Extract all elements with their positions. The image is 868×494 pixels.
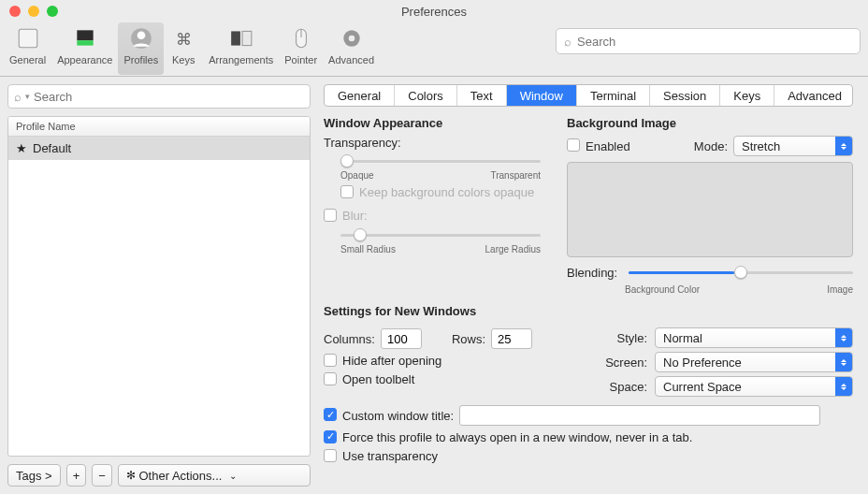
large-radius-label: Large Radius — [485, 244, 541, 254]
columns-input[interactable] — [381, 328, 422, 349]
blur-label: Blur: — [342, 209, 368, 223]
tab-general[interactable]: General — [325, 85, 395, 106]
custom-title-checkbox[interactable] — [324, 408, 337, 421]
hide-checkbox[interactable] — [324, 354, 337, 367]
svg-rect-7 — [242, 31, 252, 45]
profiles-sidebar: ⌕▾ Profile Name ★ Default Tags > + − ✻ O… — [0, 77, 318, 494]
rows-input[interactable] — [491, 328, 532, 349]
toolbar-advanced[interactable]: Advanced — [323, 22, 380, 75]
profiles-icon — [127, 24, 155, 52]
columns-label: Columns: — [324, 332, 375, 346]
bg-enabled-label: Enabled — [586, 139, 630, 153]
space-label: Space: — [595, 380, 647, 394]
bg-image-well[interactable] — [567, 162, 853, 257]
window-appearance-heading: Window Appearance — [324, 116, 544, 130]
bg-mode-value: Stretch — [742, 139, 780, 153]
bg-image-label: Image — [827, 284, 853, 295]
profiles-table: Profile Name ★ Default — [7, 116, 311, 457]
toolbar-label: Profiles — [123, 54, 158, 65]
other-actions-button[interactable]: ✻ Other Actions... ⌄ — [118, 464, 311, 487]
transparency-label: Transparency: — [324, 136, 544, 150]
tags-label: Tags > — [16, 469, 52, 483]
tab-advanced[interactable]: Advanced — [774, 85, 853, 106]
profile-search-input[interactable] — [34, 90, 304, 104]
tags-button[interactable]: Tags > — [7, 464, 61, 487]
use-transparency-checkbox[interactable] — [324, 449, 337, 462]
toolbar-label: Appearance — [57, 54, 112, 65]
toolbelt-label: Open toolbelt — [342, 372, 414, 386]
svg-rect-2 — [77, 40, 93, 45]
style-label: Style: — [595, 331, 647, 345]
opaque-label: Opaque — [340, 170, 374, 181]
toolbar-profiles[interactable]: Profiles — [118, 22, 164, 75]
keep-bg-label: Keep background colors opaque — [359, 185, 534, 199]
transparency-slider[interactable] — [340, 153, 541, 168]
svg-rect-6 — [231, 31, 240, 45]
toolbelt-checkbox[interactable] — [324, 372, 337, 385]
blending-slider[interactable] — [629, 265, 853, 280]
bg-mode-label: Mode: — [694, 139, 728, 153]
bg-mode-select[interactable]: Stretch — [733, 136, 853, 156]
space-value: Current Space — [663, 380, 742, 394]
tab-terminal[interactable]: Terminal — [577, 85, 650, 106]
profile-row-default[interactable]: ★ Default — [8, 137, 310, 160]
bg-enabled-checkbox[interactable] — [567, 138, 580, 152]
star-icon: ★ — [16, 141, 27, 155]
settings-heading: Settings for New Windows — [324, 304, 853, 318]
keys-icon: ⌘ — [169, 24, 197, 52]
transparent-label: Transparent — [490, 170, 541, 181]
search-icon: ⌕ — [564, 35, 571, 49]
toolbar-label: Arrangements — [209, 54, 273, 65]
search-icon: ⌕ — [14, 90, 22, 104]
profiles-header: Profile Name — [8, 117, 310, 137]
toolbar-arrangements[interactable]: Arrangements — [203, 22, 279, 75]
hide-label: Hide after opening — [342, 354, 441, 368]
gear-icon — [338, 24, 366, 52]
force-new-window-checkbox[interactable] — [324, 430, 337, 443]
use-transparency-label: Use transparency — [342, 449, 438, 463]
window-title: Preferences — [0, 5, 868, 19]
svg-point-4 — [137, 31, 145, 39]
screen-label: Screen: — [595, 356, 647, 370]
tab-keys[interactable]: Keys — [720, 85, 774, 106]
custom-title-input[interactable] — [459, 405, 820, 426]
bg-image-heading: Background Image — [567, 116, 853, 130]
keep-bg-checkbox — [340, 185, 354, 198]
rows-label: Rows: — [452, 332, 485, 346]
remove-profile-button[interactable]: − — [92, 464, 112, 487]
tab-colors[interactable]: Colors — [395, 85, 457, 106]
toolbar-general[interactable]: General — [4, 22, 51, 75]
svg-point-11 — [348, 36, 354, 42]
pointer-icon — [287, 24, 315, 52]
bg-color-label: Background Color — [625, 284, 700, 295]
chevron-down-icon: ▾ — [25, 92, 30, 101]
profile-detail: General Colors Text Window Terminal Sess… — [318, 77, 868, 494]
style-select[interactable]: Normal — [655, 327, 853, 348]
toolbar-label: Advanced — [328, 54, 374, 65]
blending-label: Blending: — [567, 266, 617, 280]
screen-select[interactable]: No Preference — [655, 352, 853, 372]
svg-text:⌘: ⌘ — [176, 30, 192, 49]
profiles-footer: Tags > + − ✻ Other Actions... ⌄ — [7, 464, 311, 487]
blur-checkbox — [324, 209, 337, 222]
tab-text[interactable]: Text — [457, 85, 507, 106]
force-new-window-label: Force this profile to always open in a n… — [342, 430, 692, 444]
custom-title-label: Custom window title: — [342, 409, 454, 423]
preferences-toolbar: General Appearance Profiles ⌘ Keys Arran… — [0, 22, 868, 77]
add-profile-button[interactable]: + — [66, 464, 87, 487]
profile-search[interactable]: ⌕▾ — [7, 84, 311, 109]
appearance-icon — [71, 24, 99, 52]
global-search[interactable]: ⌕ — [556, 28, 861, 54]
toolbar-keys[interactable]: ⌘ Keys — [164, 22, 203, 75]
gear-icon: ✻ — [126, 469, 136, 482]
toolbar-appearance[interactable]: Appearance — [51, 22, 118, 75]
small-radius-label: Small Radius — [340, 244, 396, 254]
toolbar-pointer[interactable]: Pointer — [279, 22, 323, 75]
toolbar-label: Keys — [172, 54, 195, 65]
space-select[interactable]: Current Space — [655, 376, 853, 397]
tab-window[interactable]: Window — [507, 85, 577, 106]
tab-session[interactable]: Session — [650, 85, 720, 106]
profile-tabs: General Colors Text Window Terminal Sess… — [324, 84, 853, 107]
other-actions-label: Other Actions... — [138, 469, 222, 483]
global-search-input[interactable] — [577, 35, 852, 49]
